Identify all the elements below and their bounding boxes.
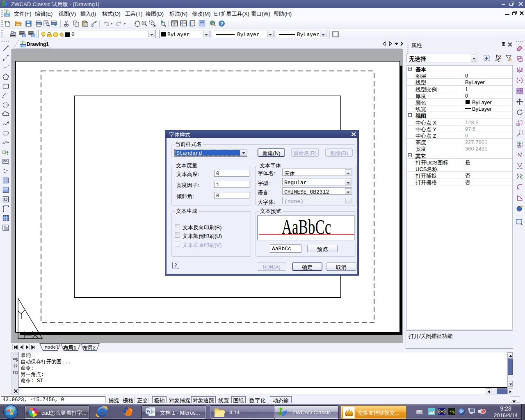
svg-text:W: W <box>146 409 151 413</box>
svg-text:DWG: DWG <box>20 45 26 47</box>
svg-text:DWG: DWG <box>4 14 10 16</box>
svg-text:?: ? <box>220 21 223 26</box>
